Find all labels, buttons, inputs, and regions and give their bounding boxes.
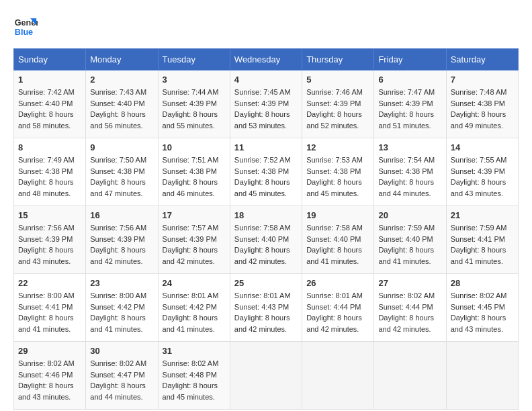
- weekday-header-thursday: Thursday: [302, 49, 374, 71]
- day-cell-12: 12 Sunrise: 7:53 AM Sunset: 4:38 PM Dayl…: [302, 138, 374, 206]
- day-cell-18: 18 Sunrise: 7:58 AM Sunset: 4:40 PM Dayl…: [230, 206, 302, 274]
- day-number: 22: [18, 278, 81, 288]
- sunset-label: Sunset: 4:38 PM: [451, 99, 505, 107]
- daylight-label: Daylight: 8 hours and 43 minutes.: [18, 246, 74, 265]
- day-cell-26: 26 Sunrise: 8:01 AM Sunset: 4:44 PM Dayl…: [302, 274, 374, 342]
- daylight-label: Daylight: 8 hours and 45 minutes.: [234, 178, 290, 197]
- daylight-label: Daylight: 8 hours and 45 minutes.: [163, 381, 218, 401]
- day-cell-6: 6 Sunrise: 7:47 AM Sunset: 4:39 PM Dayli…: [374, 71, 446, 138]
- sunrise-label: Sunrise: 7:59 AM: [451, 224, 507, 232]
- daylight-label: Daylight: 8 hours and 42 minutes.: [163, 246, 218, 265]
- day-info: Sunrise: 7:57 AM Sunset: 4:39 PM Dayligh…: [163, 222, 226, 267]
- sunset-label: Sunset: 4:39 PM: [306, 99, 361, 107]
- sunset-label: Sunset: 4:40 PM: [306, 235, 361, 243]
- day-info: Sunrise: 7:53 AM Sunset: 4:38 PM Dayligh…: [306, 154, 369, 199]
- day-info: Sunrise: 8:02 AM Sunset: 4:44 PM Dayligh…: [378, 290, 441, 334]
- day-info: Sunrise: 7:50 AM Sunset: 4:38 PM Dayligh…: [90, 154, 153, 199]
- day-cell-21: 21 Sunrise: 7:59 AM Sunset: 4:41 PM Dayl…: [446, 206, 518, 274]
- empty-cell: [446, 342, 518, 410]
- day-info: Sunrise: 7:56 AM Sunset: 4:39 PM Dayligh…: [18, 222, 81, 267]
- day-cell-7: 7 Sunrise: 7:48 AM Sunset: 4:38 PM Dayli…: [446, 71, 518, 138]
- sunset-label: Sunset: 4:38 PM: [163, 167, 217, 175]
- sunrise-label: Sunrise: 8:02 AM: [163, 359, 219, 367]
- day-info: Sunrise: 8:02 AM Sunset: 4:46 PM Dayligh…: [18, 358, 81, 402]
- day-info: Sunrise: 7:54 AM Sunset: 4:38 PM Dayligh…: [378, 154, 441, 199]
- daylight-label: Daylight: 8 hours and 43 minutes.: [18, 381, 74, 401]
- day-cell-22: 22 Sunrise: 8:00 AM Sunset: 4:41 PM Dayl…: [14, 274, 86, 342]
- day-number: 24: [163, 278, 226, 288]
- calendar-table: SundayMondayTuesdayWednesdayThursdayFrid…: [13, 48, 519, 410]
- day-cell-16: 16 Sunrise: 7:56 AM Sunset: 4:39 PM Dayl…: [86, 206, 158, 274]
- day-number: 2: [90, 75, 153, 85]
- daylight-label: Daylight: 8 hours and 46 minutes.: [163, 178, 218, 197]
- day-cell-5: 5 Sunrise: 7:46 AM Sunset: 4:39 PM Dayli…: [302, 71, 374, 138]
- daylight-label: Daylight: 8 hours and 56 minutes.: [90, 110, 146, 130]
- day-number: 10: [163, 142, 226, 152]
- sunrise-label: Sunrise: 7:48 AM: [451, 88, 507, 96]
- day-info: Sunrise: 7:43 AM Sunset: 4:40 PM Dayligh…: [90, 87, 153, 131]
- day-info: Sunrise: 7:58 AM Sunset: 4:40 PM Dayligh…: [234, 222, 298, 267]
- daylight-label: Daylight: 8 hours and 53 minutes.: [234, 110, 290, 130]
- day-info: Sunrise: 8:00 AM Sunset: 4:41 PM Dayligh…: [18, 290, 81, 334]
- day-cell-8: 8 Sunrise: 7:49 AM Sunset: 4:38 PM Dayli…: [14, 138, 86, 206]
- sunrise-label: Sunrise: 7:54 AM: [378, 156, 435, 164]
- empty-cell: [302, 342, 374, 410]
- day-number: 26: [306, 278, 369, 288]
- day-cell-20: 20 Sunrise: 7:59 AM Sunset: 4:40 PM Dayl…: [374, 206, 446, 274]
- daylight-label: Daylight: 8 hours and 41 minutes.: [90, 314, 146, 333]
- daylight-label: Daylight: 8 hours and 49 minutes.: [451, 110, 506, 130]
- sunrise-label: Sunrise: 7:53 AM: [306, 156, 363, 164]
- day-number: 8: [18, 142, 81, 152]
- day-number: 20: [378, 210, 441, 220]
- day-number: 1: [18, 75, 81, 85]
- day-info: Sunrise: 7:45 AM Sunset: 4:39 PM Dayligh…: [234, 87, 298, 131]
- sunrise-label: Sunrise: 7:44 AM: [163, 88, 219, 96]
- sunset-label: Sunset: 4:39 PM: [163, 235, 217, 243]
- sunrise-label: Sunrise: 7:51 AM: [163, 156, 219, 164]
- weekday-header-wednesday: Wednesday: [230, 49, 302, 71]
- sunset-label: Sunset: 4:45 PM: [451, 303, 505, 311]
- day-number: 15: [18, 210, 81, 220]
- week-row-2: 8 Sunrise: 7:49 AM Sunset: 4:38 PM Dayli…: [14, 138, 519, 206]
- day-info: Sunrise: 7:46 AM Sunset: 4:39 PM Dayligh…: [306, 87, 369, 131]
- day-number: 12: [306, 142, 369, 152]
- sunrise-label: Sunrise: 8:02 AM: [378, 291, 435, 300]
- day-cell-31: 31 Sunrise: 8:02 AM Sunset: 4:48 PM Dayl…: [158, 342, 230, 410]
- logo-icon: General Blue: [13, 13, 38, 38]
- day-number: 31: [163, 346, 226, 356]
- daylight-label: Daylight: 8 hours and 42 minutes.: [378, 314, 434, 333]
- day-number: 23: [90, 278, 153, 288]
- sunrise-label: Sunrise: 8:00 AM: [90, 291, 146, 300]
- sunset-label: Sunset: 4:39 PM: [451, 167, 505, 175]
- sunrise-label: Sunrise: 7:42 AM: [18, 88, 75, 96]
- day-cell-14: 14 Sunrise: 7:55 AM Sunset: 4:39 PM Dayl…: [446, 138, 518, 206]
- weekday-header-saturday: Saturday: [446, 49, 518, 71]
- day-cell-27: 27 Sunrise: 8:02 AM Sunset: 4:44 PM Dayl…: [374, 274, 446, 342]
- day-info: Sunrise: 7:59 AM Sunset: 4:40 PM Dayligh…: [378, 222, 441, 267]
- sunset-label: Sunset: 4:48 PM: [163, 371, 217, 379]
- svg-text:Blue: Blue: [15, 28, 33, 37]
- day-cell-2: 2 Sunrise: 7:43 AM Sunset: 4:40 PM Dayli…: [86, 71, 158, 138]
- empty-cell: [230, 342, 302, 410]
- day-cell-15: 15 Sunrise: 7:56 AM Sunset: 4:39 PM Dayl…: [14, 206, 86, 274]
- day-number: 9: [90, 142, 153, 152]
- daylight-label: Daylight: 8 hours and 47 minutes.: [90, 178, 146, 197]
- day-cell-4: 4 Sunrise: 7:45 AM Sunset: 4:39 PM Dayli…: [230, 71, 302, 138]
- day-info: Sunrise: 8:01 AM Sunset: 4:42 PM Dayligh…: [163, 290, 226, 334]
- day-info: Sunrise: 8:00 AM Sunset: 4:42 PM Dayligh…: [90, 290, 153, 334]
- day-info: Sunrise: 8:02 AM Sunset: 4:45 PM Dayligh…: [451, 290, 514, 334]
- day-cell-24: 24 Sunrise: 8:01 AM Sunset: 4:42 PM Dayl…: [158, 274, 230, 342]
- day-info: Sunrise: 7:56 AM Sunset: 4:39 PM Dayligh…: [90, 222, 153, 267]
- sunrise-label: Sunrise: 8:00 AM: [18, 291, 75, 300]
- day-number: 28: [451, 278, 514, 288]
- sunrise-label: Sunrise: 8:02 AM: [18, 359, 75, 367]
- sunrise-label: Sunrise: 7:59 AM: [378, 224, 435, 232]
- sunrise-label: Sunrise: 7:43 AM: [90, 88, 146, 96]
- day-info: Sunrise: 7:42 AM Sunset: 4:40 PM Dayligh…: [18, 87, 81, 131]
- sunrise-label: Sunrise: 7:47 AM: [378, 88, 435, 96]
- weekday-header-sunday: Sunday: [14, 49, 86, 71]
- day-cell-10: 10 Sunrise: 7:51 AM Sunset: 4:38 PM Dayl…: [158, 138, 230, 206]
- sunrise-label: Sunrise: 8:02 AM: [451, 291, 507, 300]
- daylight-label: Daylight: 8 hours and 42 minutes.: [234, 246, 290, 265]
- day-number: 16: [90, 210, 153, 220]
